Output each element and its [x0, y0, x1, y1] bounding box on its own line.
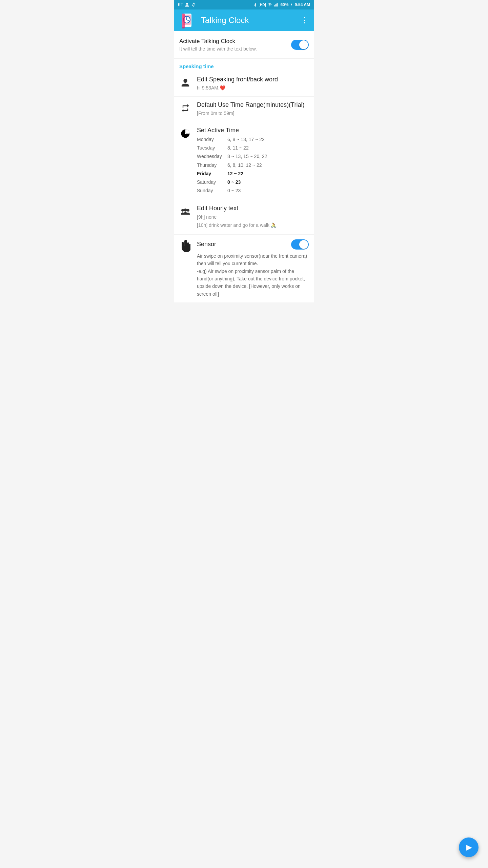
app-icon	[179, 12, 196, 28]
activate-toggle-row[interactable]: Activate Talking Clock It will tell the …	[174, 31, 314, 59]
repeat-icon	[179, 102, 191, 114]
day-tuesday: Tuesday 8, 11 ~ 22	[197, 144, 309, 152]
day-friday: Friday 12 ~ 22	[197, 170, 309, 178]
clock-half-icon	[179, 127, 191, 140]
sensor-content: Sensor Air swipe on proximity sensor(nea…	[197, 239, 309, 298]
sensor-header: Sensor	[197, 239, 309, 250]
default-time-range-title: Default Use Time Range(minutes)(Trial)	[197, 101, 309, 108]
status-left: KT	[178, 2, 196, 7]
status-bar: KT HD 60% 9:54 AM	[174, 0, 314, 9]
hourly-line-1: [9h] none	[197, 213, 309, 221]
svg-rect-2	[276, 4, 277, 7]
edit-speaking-title: Edit Speaking front/back word	[197, 76, 309, 83]
day-thursday: Thursday 6, 8, 10, 12 ~ 22	[197, 161, 309, 170]
default-time-range-content: Default Use Time Range(minutes)(Trial) […	[197, 101, 309, 117]
set-active-time-content: Set Active Time Monday 6, 8 ~ 13, 17 ~ 2…	[197, 127, 309, 195]
person-icon	[179, 77, 191, 89]
active-time-grid: Monday 6, 8 ~ 13, 17 ~ 22 Tuesday 8, 11 …	[197, 135, 309, 195]
edit-speaking-content: Edit Speaking front/back word hi 9:53AM.…	[197, 76, 309, 92]
sensor-description: Air swipe on proximity sensor(near the f…	[197, 252, 309, 298]
svg-rect-3	[277, 3, 278, 6]
svg-rect-0	[274, 5, 275, 6]
default-time-range-item[interactable]: Default Use Time Range(minutes)(Trial) […	[174, 97, 314, 122]
activate-title: Activate Talking Clock	[179, 38, 291, 45]
group-icon	[179, 205, 191, 218]
hand-icon	[179, 240, 191, 252]
activate-subtitle: It will tell the time with the text belo…	[179, 46, 291, 52]
svg-rect-9	[182, 14, 185, 28]
set-active-time-item[interactable]: Set Active Time Monday 6, 8 ~ 13, 17 ~ 2…	[174, 122, 314, 200]
day-saturday: Saturday 0 ~ 23	[197, 178, 309, 186]
edit-hourly-item[interactable]: Edit Hourly text [9h] none [10h] drink w…	[174, 200, 314, 235]
activate-toggle[interactable]	[291, 40, 309, 50]
app-bar: Talking Clock ⋮	[174, 9, 314, 31]
svg-rect-1	[275, 4, 276, 6]
speaking-time-header: Speaking time	[174, 59, 314, 71]
hourly-text-lines: [9h] none [10h] drink water and go for a…	[197, 213, 309, 230]
day-wednesday: Wednesday 8 ~ 13, 15 ~ 20, 22	[197, 152, 309, 161]
edit-speaking-item[interactable]: Edit Speaking front/back word hi 9:53AM.…	[174, 71, 314, 97]
charging-icon	[290, 2, 293, 7]
day-sunday: Sunday 0 ~ 23	[197, 186, 309, 195]
edit-speaking-subtitle: hi 9:53AM.❤️	[197, 84, 309, 92]
status-right: HD 60% 9:54 AM	[253, 2, 310, 7]
edit-hourly-content: Edit Hourly text [9h] none [10h] drink w…	[197, 205, 309, 230]
set-active-time-title: Set Active Time	[197, 127, 309, 134]
activate-text: Activate Talking Clock It will tell the …	[179, 38, 291, 52]
wifi-icon	[267, 2, 272, 7]
main-content: Activate Talking Clock It will tell the …	[174, 31, 314, 302]
hourly-line-2: [10h] drink water and go for a walk 🚴	[197, 221, 309, 230]
more-options-icon[interactable]: ⋮	[301, 16, 309, 25]
bluetooth-icon	[253, 2, 257, 7]
hd-badge: HD	[259, 3, 266, 7]
svg-point-11	[185, 133, 186, 134]
battery-label: 60%	[280, 2, 288, 7]
time-label: 9:54 AM	[294, 2, 310, 7]
person-icon	[185, 2, 189, 7]
default-time-range-subtitle: [From 0m to 59m]	[197, 110, 309, 117]
app-title: Talking Clock	[201, 16, 301, 25]
signal-icon	[274, 2, 279, 7]
sensor-toggle[interactable]	[291, 239, 309, 250]
sensor-row[interactable]: Sensor Air swipe on proximity sensor(nea…	[174, 235, 314, 302]
sensor-title: Sensor	[197, 241, 216, 248]
day-monday: Monday 6, 8 ~ 13, 17 ~ 22	[197, 135, 309, 144]
edit-hourly-title: Edit Hourly text	[197, 205, 309, 212]
carrier-label: KT	[178, 2, 183, 7]
sync-icon	[191, 2, 196, 7]
